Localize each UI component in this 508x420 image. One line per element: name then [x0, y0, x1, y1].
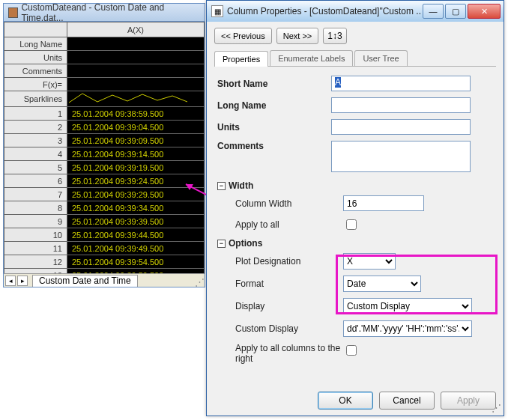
row-number[interactable]: 11 [4, 242, 67, 255]
apply-to-all-checkbox[interactable] [346, 219, 357, 230]
sparkline-cell[interactable] [67, 91, 205, 107]
previous-button[interactable]: << Previous [214, 28, 272, 44]
swap-icon: 1↕3 [327, 31, 342, 41]
resize-grip-icon[interactable]: ⋰ [195, 276, 205, 287]
tab-nav-prev-icon[interactable]: ◂ [5, 276, 16, 286]
maximize-button[interactable]: ▢ [445, 4, 466, 19]
tab-enumerate-labels[interactable]: Enumerate Labels [270, 50, 353, 66]
cell-longname[interactable] [67, 37, 205, 51]
data-cell[interactable]: 25.01.2004 09:39:04.500 [67, 121, 205, 134]
row-number[interactable]: 5 [4, 161, 67, 174]
grid-corner[interactable] [4, 22, 67, 37]
display-label: Display [217, 301, 343, 311]
data-cell[interactable]: 25.01.2004 09:39:54.500 [67, 255, 205, 269]
row-number[interactable]: 13 [4, 269, 67, 274]
tab-nav-next-icon[interactable]: ▸ [17, 276, 28, 286]
display-select[interactable]: Custom Display [343, 298, 472, 314]
collapse-icon[interactable]: − [217, 182, 226, 190]
data-cell[interactable]: 25.01.2004 09:39:09.500 [67, 134, 205, 147]
row-number[interactable]: 3 [4, 134, 67, 147]
dialog-title-text: Column Properties - [CustomDateand]"Cust… [227, 6, 421, 16]
data-cell[interactable]: 25.01.2004 09:39:39.500 [67, 215, 205, 228]
dialog-resize-grip-icon[interactable]: ⋰ [492, 402, 501, 413]
collapse-icon[interactable]: − [217, 240, 226, 248]
row-label[interactable]: F(x)= [4, 78, 67, 91]
data-cell[interactable]: 25.01.2004 09:38:59.500 [67, 107, 205, 121]
worksheet-title-text: CustomDateand - Custom Date and Time.dat… [21, 2, 200, 23]
data-cell[interactable]: 25.01.2004 09:39:14.500 [67, 147, 205, 161]
row-label[interactable]: Comments [4, 64, 67, 78]
data-cell[interactable]: 25.01.2004 09:39:19.500 [67, 161, 205, 174]
long-name-label: Long Name [217, 100, 331, 111]
format-select[interactable]: Date [343, 276, 421, 292]
apply-right-checkbox[interactable] [346, 345, 357, 356]
cell-units[interactable] [67, 51, 205, 64]
close-button[interactable]: ✕ [468, 4, 501, 19]
cell-comments[interactable] [67, 64, 205, 78]
swap-columns-button[interactable]: 1↕3 [323, 28, 346, 44]
next-button[interactable]: Next >> [276, 28, 319, 44]
custom-display-label: Custom Display [217, 323, 343, 334]
worksheet-window: CustomDateand - Custom Date and Time.dat… [3, 3, 205, 287]
options-section-header[interactable]: − Options [217, 238, 493, 249]
row-label[interactable]: Sparklines [4, 91, 67, 107]
long-name-input[interactable] [331, 97, 471, 113]
row-number[interactable]: 4 [4, 147, 67, 161]
tab-properties[interactable]: Properties [214, 51, 268, 67]
dialog-tabstrip: Properties Enumerate Labels User Tree [214, 50, 496, 67]
dialog-icon: ▦ [211, 5, 223, 17]
column-properties-dialog: ▦ Column Properties - [CustomDateand]"Cu… [206, 0, 504, 416]
tab-user-tree[interactable]: User Tree [354, 50, 407, 66]
worksheet-tab[interactable]: Custom Date and Time [32, 275, 138, 287]
data-cell[interactable]: 25.01.2004 09:39:34.500 [67, 201, 205, 215]
data-cell[interactable]: 25.01.2004 09:39:59.500 [67, 269, 205, 274]
column-width-label: Column Width [217, 198, 343, 209]
minimize-button[interactable]: — [423, 4, 444, 19]
dialog-titlebar[interactable]: ▦ Column Properties - [CustomDateand]"Cu… [207, 1, 504, 22]
column-header-a[interactable]: A(X) [67, 22, 205, 37]
short-name-label: Short Name [217, 79, 331, 89]
format-label: Format [217, 279, 343, 289]
column-width-input[interactable] [343, 195, 424, 211]
worksheet-icon [8, 7, 18, 18]
cell-fx[interactable] [67, 78, 205, 91]
cancel-button[interactable]: Cancel [379, 392, 435, 410]
row-label[interactable]: Long Name [4, 37, 67, 51]
comments-input[interactable] [331, 141, 471, 172]
units-input[interactable] [331, 119, 471, 135]
short-name-input[interactable]: A [331, 76, 471, 91]
worksheet-grid[interactable]: A(X) Long Name Units Comments F(x)= Spar… [4, 22, 205, 273]
worksheet-tabstrip: ◂ ▸ Custom Date and Time ⋰ [4, 273, 205, 287]
width-section-header[interactable]: − Width [217, 180, 493, 191]
data-cell[interactable]: 25.01.2004 09:39:49.500 [67, 242, 205, 255]
row-label[interactable]: Units [4, 51, 67, 64]
apply-right-label: Apply to all columns to the right [217, 343, 343, 364]
row-number[interactable]: 10 [4, 228, 67, 242]
row-number[interactable]: 6 [4, 174, 67, 188]
custom-display-select[interactable]: dd'.'MM'.'yyyy' 'HH':'mm':'ss'.'### [343, 320, 472, 337]
units-label: Units [217, 122, 331, 133]
apply-to-all-label: Apply to all [217, 219, 343, 230]
row-number[interactable]: 9 [4, 215, 67, 228]
comments-label: Comments [217, 141, 331, 151]
row-number[interactable]: 2 [4, 121, 67, 134]
row-number[interactable]: 12 [4, 255, 67, 269]
row-number[interactable]: 7 [4, 188, 67, 201]
worksheet-titlebar[interactable]: CustomDateand - Custom Date and Time.dat… [4, 4, 205, 22]
data-cell[interactable]: 25.01.2004 09:39:29.500 [67, 188, 205, 201]
row-number[interactable]: 1 [4, 107, 67, 121]
data-cell[interactable]: 25.01.2004 09:39:44.500 [67, 228, 205, 242]
plot-designation-label: Plot Designation [217, 256, 343, 267]
ok-button[interactable]: OK [318, 392, 373, 410]
plot-designation-select[interactable]: X [343, 253, 396, 270]
data-cell[interactable]: 25.01.2004 09:39:24.500 [67, 174, 205, 188]
row-number[interactable]: 8 [4, 201, 67, 215]
apply-button[interactable]: Apply [441, 392, 496, 410]
